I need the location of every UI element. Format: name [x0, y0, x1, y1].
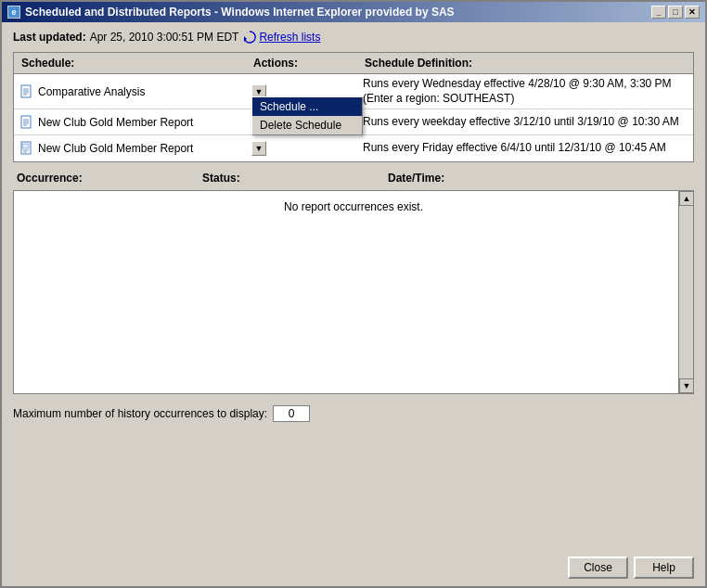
- occurrences-table: No report occurrences exist. ▲ ▼: [13, 190, 694, 394]
- svg-rect-12: [22, 144, 29, 148]
- title-bar-left: e Scheduled and Distributed Reports - Wi…: [7, 6, 455, 19]
- close-button[interactable]: Close: [568, 556, 628, 579]
- status-col-header: Status:: [199, 170, 384, 186]
- actions-col-header: Actions:: [250, 55, 361, 71]
- minimize-button[interactable]: _: [651, 6, 666, 19]
- report-name-3: New Club Gold Member Report: [14, 138, 246, 159]
- close-window-button[interactable]: ✕: [685, 6, 700, 19]
- report-icon-1: [19, 84, 34, 99]
- context-menu: Schedule ... Delete Schedule: [251, 96, 363, 135]
- table-row: New Club Gold Member Report ▼ Runs every…: [14, 135, 693, 161]
- scroll-track: [679, 206, 693, 378]
- reports-table: Schedule: Actions: Schedule Definition: …: [13, 52, 694, 162]
- footer: Close Help: [2, 551, 705, 586]
- schedule-def-col-header: Schedule Definition:: [361, 55, 689, 71]
- refresh-label: Refresh lists: [259, 31, 320, 44]
- refresh-link[interactable]: Refresh lists: [242, 30, 320, 45]
- column-headers: Schedule: Actions: Schedule Definition:: [14, 53, 693, 74]
- max-history-label: Maximum number of history occurrences to…: [13, 407, 267, 420]
- context-menu-delete[interactable]: Delete Schedule: [252, 116, 362, 134]
- occurrences-section: Occurrence: Status: Date/Time: No report…: [13, 170, 694, 394]
- report-name-1: Comparative Analysis: [14, 82, 246, 102]
- datetime-col-header: Date/Time:: [384, 170, 694, 186]
- schedule-col-header: Schedule:: [18, 55, 250, 71]
- main-window: e Scheduled and Distributed Reports - Wi…: [0, 0, 707, 588]
- report-icon-2: [19, 115, 34, 130]
- report-name-text-1: Comparative Analysis: [38, 85, 145, 98]
- help-button[interactable]: Help: [634, 556, 694, 579]
- ie-icon: e: [7, 6, 20, 19]
- title-bar-controls: _ □ ✕: [651, 6, 700, 19]
- occurrence-headers: Occurrence: Status: Date/Time:: [13, 170, 694, 186]
- report-name-text-3: New Club Gold Member Report: [38, 142, 193, 155]
- occurrences-content: No report occurrences exist.: [14, 191, 693, 393]
- occurrence-col-header: Occurrence:: [13, 170, 199, 186]
- content-area: Last updated: Apr 25, 2010 3:00:51 PM ED…: [2, 22, 705, 551]
- scroll-down-button[interactable]: ▼: [679, 378, 694, 393]
- report-name-2: New Club Gold Member Report: [14, 112, 246, 133]
- svg-rect-1: [21, 85, 31, 97]
- title-bar: e Scheduled and Distributed Reports - Wi…: [2, 2, 705, 22]
- schedule-def-2: Runs every weekday effective 3/12/10 unt…: [357, 112, 693, 133]
- last-updated-label: Last updated:: [13, 31, 86, 44]
- refresh-icon: [242, 30, 257, 45]
- scrollbar: ▲ ▼: [678, 191, 693, 393]
- top-bar: Last updated: Apr 25, 2010 3:00:51 PM ED…: [13, 30, 694, 45]
- schedule-def-3: Runs every Friday effective 6/4/10 until…: [357, 138, 693, 159]
- scroll-up-button[interactable]: ▲: [679, 191, 694, 206]
- table-row: Comparative Analysis ▼ Schedule ... Dele…: [14, 74, 693, 109]
- max-history-input[interactable]: [273, 405, 310, 422]
- empty-occurrences-message: No report occurrences exist.: [23, 200, 684, 213]
- svg-rect-6: [21, 116, 31, 128]
- action-dropdown-3[interactable]: ▼: [251, 141, 266, 156]
- action-cell-3: ▼: [246, 138, 357, 159]
- maximize-button[interactable]: □: [668, 6, 683, 19]
- action-cell-1: ▼ Schedule ... Delete Schedule: [246, 82, 357, 102]
- report-name-text-2: New Club Gold Member Report: [38, 116, 193, 129]
- last-updated-value: Apr 25, 2010 3:00:51 PM EDT: [90, 31, 239, 44]
- context-menu-schedule[interactable]: Schedule ...: [252, 97, 362, 116]
- max-history-row: Maximum number of history occurrences to…: [13, 405, 694, 422]
- schedule-def-1: Runs every Wednesday effective 4/28/10 @…: [357, 74, 693, 109]
- window-title: Scheduled and Distributed Reports - Wind…: [25, 6, 455, 19]
- report-icon-3: [19, 141, 34, 156]
